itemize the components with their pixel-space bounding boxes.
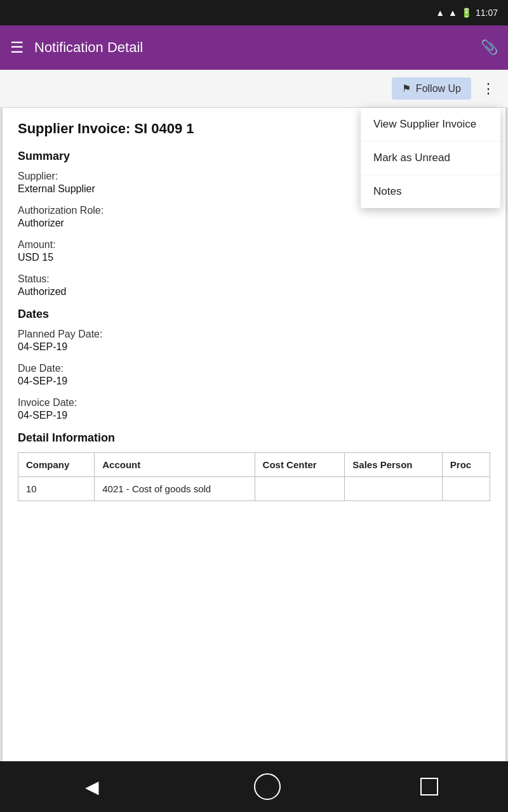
table-row: 104021 - Cost of goods sold bbox=[18, 477, 490, 501]
cell-account: 4021 - Cost of goods sold bbox=[95, 477, 255, 501]
dates-section-title: Dates bbox=[18, 308, 490, 321]
auth-role-field: Authorization Role: Authorizer bbox=[18, 205, 490, 229]
cell-proc bbox=[442, 477, 490, 501]
cell-company: 10 bbox=[18, 477, 95, 501]
time-display: 11:07 bbox=[476, 8, 498, 18]
due-date-field: Due Date: 04-SEP-19 bbox=[18, 363, 490, 387]
detail-info-section-title: Detail Information bbox=[18, 431, 490, 445]
col-company: Company bbox=[18, 453, 95, 477]
invoice-date-label: Invoice Date: bbox=[18, 397, 490, 409]
bottom-nav: ◀ bbox=[0, 761, 508, 812]
cell-costCenter bbox=[255, 477, 345, 501]
col-sales-person: Sales Person bbox=[345, 453, 443, 477]
amount-value: USD 15 bbox=[18, 252, 490, 263]
dropdown-menu: View Supplier Invoice Mark as Unread Not… bbox=[361, 108, 500, 208]
status-label: Status: bbox=[18, 273, 490, 285]
follow-up-label: Follow Up bbox=[416, 83, 461, 95]
planned-pay-field: Planned Pay Date: 04-SEP-19 bbox=[18, 329, 490, 353]
toolbar: ⚑ Follow Up ⋮ bbox=[0, 70, 508, 108]
detail-table: Company Account Cost Center Sales Person… bbox=[18, 452, 490, 501]
menu-icon[interactable]: ☰ bbox=[10, 39, 24, 56]
due-date-label: Due Date: bbox=[18, 363, 490, 374]
battery-icon: 🔋 bbox=[461, 8, 472, 18]
status-bar: ▲ ▲ 🔋 11:07 bbox=[0, 0, 508, 25]
view-supplier-invoice-item[interactable]: View Supplier Invoice bbox=[361, 108, 500, 141]
status-value: Authorized bbox=[18, 286, 490, 298]
back-button[interactable]: ◀ bbox=[70, 771, 114, 802]
auth-role-value: Authorizer bbox=[18, 218, 490, 229]
follow-up-button[interactable]: ⚑ Follow Up bbox=[392, 77, 471, 100]
wifi-icon: ▲ bbox=[436, 8, 444, 18]
col-proc: Proc bbox=[442, 453, 490, 477]
signal-icon: ▲ bbox=[448, 8, 457, 18]
due-date-value: 04-SEP-19 bbox=[18, 376, 490, 387]
cell-salesPerson bbox=[345, 477, 443, 501]
app-bar: ☰ Notification Detail 📎 bbox=[0, 25, 508, 70]
col-account: Account bbox=[95, 453, 255, 477]
page-title: Notification Detail bbox=[34, 39, 471, 56]
invoice-date-value: 04-SEP-19 bbox=[18, 410, 490, 421]
more-options-button[interactable]: ⋮ bbox=[476, 78, 500, 100]
status-field: Status: Authorized bbox=[18, 273, 490, 298]
amount-field: Amount: USD 15 bbox=[18, 239, 490, 263]
recents-button[interactable] bbox=[420, 778, 438, 796]
planned-pay-value: 04-SEP-19 bbox=[18, 341, 490, 353]
table-header-row: Company Account Cost Center Sales Person… bbox=[18, 453, 490, 477]
mark-as-unread-item[interactable]: Mark as Unread bbox=[361, 141, 500, 175]
planned-pay-label: Planned Pay Date: bbox=[18, 329, 490, 340]
notes-item[interactable]: Notes bbox=[361, 175, 500, 208]
invoice-date-field: Invoice Date: 04-SEP-19 bbox=[18, 397, 490, 421]
amount-label: Amount: bbox=[18, 239, 490, 251]
attach-icon[interactable]: 📎 bbox=[481, 39, 498, 56]
flag-icon: ⚑ bbox=[402, 82, 411, 95]
col-cost-center: Cost Center bbox=[255, 453, 345, 477]
status-icons: ▲ ▲ 🔋 11:07 bbox=[436, 8, 498, 18]
home-button[interactable] bbox=[254, 773, 281, 800]
